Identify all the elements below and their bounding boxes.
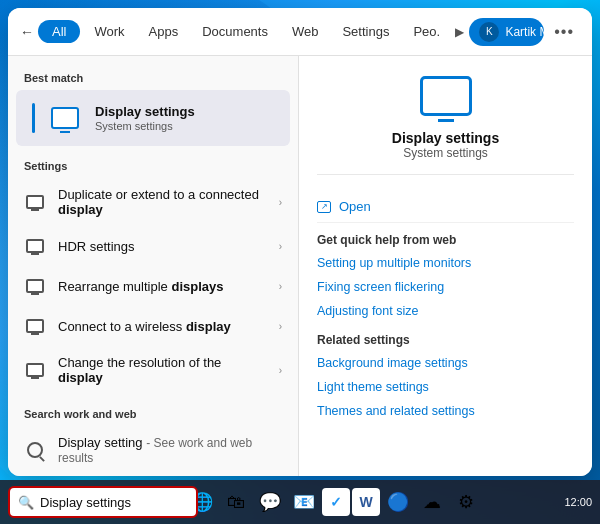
taskbar-app-outlook[interactable]: 📧 xyxy=(288,486,320,518)
item-text: Rearrange multiple displays xyxy=(58,279,267,294)
nav-play-button[interactable]: ▶ xyxy=(454,20,465,44)
item-text: Duplicate or extend to a connected displ… xyxy=(58,187,267,217)
search-web-label: Search work and web xyxy=(8,404,298,426)
taskbar-app-teams[interactable]: 💬 xyxy=(254,486,286,518)
settings-list: Duplicate or extend to a connected displ… xyxy=(8,178,298,394)
user-avatar: K xyxy=(479,22,499,42)
best-match-subtitle: System settings xyxy=(95,120,274,132)
taskbar-app-store[interactable]: 🛍 xyxy=(220,486,252,518)
desktop: ← All Work Apps Documents Web Settings P… xyxy=(0,0,600,524)
right-panel: Display settings System settings Open Ge… xyxy=(298,56,592,476)
monitor-icon-sm xyxy=(24,275,46,297)
chevron-icon: › xyxy=(279,241,282,252)
chevron-icon: › xyxy=(279,281,282,292)
taskbar-app-word[interactable]: W xyxy=(352,488,380,516)
monitor-icon xyxy=(51,107,79,129)
display-big-icon xyxy=(420,76,472,116)
item-text: Display setting - See work and web resul… xyxy=(58,435,282,465)
list-item[interactable]: display settings menu › xyxy=(8,474,298,476)
chevron-icon: › xyxy=(279,365,282,376)
taskbar-search-icon: 🔍 xyxy=(18,495,34,510)
quick-help-label: Get quick help from web xyxy=(317,223,574,251)
best-match-title: Display settings xyxy=(95,104,274,119)
quick-help-link-3[interactable]: Adjusting font size xyxy=(317,299,574,323)
related-link-2[interactable]: Light theme settings xyxy=(317,375,574,399)
taskbar-app-chrome[interactable]: 🔵 xyxy=(382,486,414,518)
back-button[interactable]: ← xyxy=(20,18,34,46)
search-icon xyxy=(24,439,46,461)
rp-header: Display settings System settings xyxy=(317,76,574,175)
quick-help-link-1[interactable]: Setting up multiple monitors xyxy=(317,251,574,275)
accent-bar xyxy=(32,103,35,133)
monitor-icon-sm xyxy=(24,235,46,257)
search-window: ← All Work Apps Documents Web Settings P… xyxy=(8,8,592,476)
taskbar-app-settings[interactable]: ⚙ xyxy=(450,486,482,518)
open-icon xyxy=(317,201,331,213)
item-text: Connect to a wireless display xyxy=(58,319,267,334)
item-text: Change the resolution of the display xyxy=(58,355,267,385)
main-content: Best match Display settings System setti… xyxy=(8,56,592,476)
nav-more-button[interactable]: ••• xyxy=(548,19,580,45)
taskbar-search-text: Display settings xyxy=(40,495,188,510)
list-item[interactable]: HDR settings › xyxy=(8,226,298,266)
best-match-label: Best match xyxy=(8,68,298,90)
display-icon xyxy=(47,100,83,136)
nav-all-button[interactable]: All xyxy=(38,20,80,43)
chevron-icon: › xyxy=(279,197,282,208)
taskbar-app-onedrive[interactable]: ☁ xyxy=(416,486,448,518)
nav-web-button[interactable]: Web xyxy=(282,20,329,43)
settings-section-label: Settings xyxy=(8,156,298,178)
taskbar-right: 12:00 xyxy=(564,496,592,508)
list-item[interactable]: Duplicate or extend to a connected displ… xyxy=(8,178,298,226)
monitor-icon-sm xyxy=(24,191,46,213)
best-match-text: Display settings System settings xyxy=(95,104,274,132)
related-link-1[interactable]: Background image settings xyxy=(317,351,574,375)
nav-people-button[interactable]: Peo. xyxy=(403,20,450,43)
nav-documents-button[interactable]: Documents xyxy=(192,20,278,43)
top-nav: ← All Work Apps Documents Web Settings P… xyxy=(8,8,592,56)
taskbar: 🔍 Display settings ⊞ 📁 🌐 🛍 💬 📧 ✓ W 🔵 ☁ ⚙… xyxy=(0,480,600,524)
taskbar-search[interactable]: 🔍 Display settings xyxy=(8,486,198,518)
user-name: Kartik Mehta Bl... xyxy=(505,25,544,39)
list-item[interactable]: Rearrange multiple displays › xyxy=(8,266,298,306)
left-panel: Best match Display settings System setti… xyxy=(8,56,298,476)
nav-user-pill[interactable]: K Kartik Mehta Bl... xyxy=(469,18,544,46)
list-item[interactable]: Connect to a wireless display › xyxy=(8,306,298,346)
list-item[interactable]: Change the resolution of the display › xyxy=(8,346,298,394)
nav-settings-button[interactable]: Settings xyxy=(332,20,399,43)
monitor-icon-sm xyxy=(24,359,46,381)
rp-title: Display settings xyxy=(392,130,499,146)
related-settings-label: Related settings xyxy=(317,323,574,351)
monitor-icon-sm xyxy=(24,315,46,337)
open-action[interactable]: Open xyxy=(317,191,574,223)
nav-apps-button[interactable]: Apps xyxy=(139,20,189,43)
open-label: Open xyxy=(339,199,371,214)
nav-work-button[interactable]: Work xyxy=(84,20,134,43)
taskbar-app-todo[interactable]: ✓ xyxy=(322,488,350,516)
quick-help-link-2[interactable]: Fixing screen flickering xyxy=(317,275,574,299)
list-item[interactable]: Display setting - See work and web resul… xyxy=(8,426,298,474)
best-match-item[interactable]: Display settings System settings xyxy=(16,90,290,146)
related-link-3[interactable]: Themes and related settings xyxy=(317,399,574,423)
taskbar-time: 12:00 xyxy=(564,496,592,508)
chevron-icon: › xyxy=(279,321,282,332)
item-text: HDR settings xyxy=(58,239,267,254)
rp-subtitle: System settings xyxy=(403,146,488,160)
